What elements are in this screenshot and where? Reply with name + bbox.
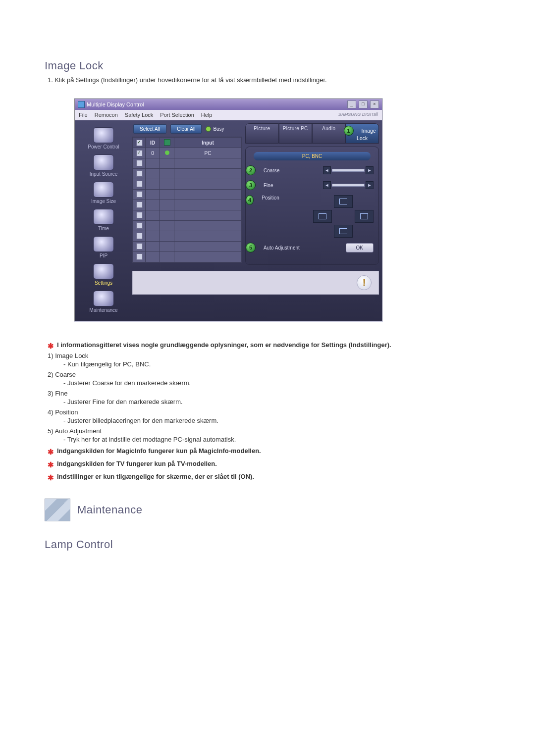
slider-track[interactable]: [332, 169, 365, 172]
sidebar-item-pip[interactable]: PIP: [81, 235, 126, 261]
sidebar-item-label: Time: [98, 226, 109, 231]
window-close-button[interactable]: ×: [370, 101, 379, 108]
star-icon: ✱: [48, 448, 54, 456]
window-titlebar: Multiple Display Control _ □ ×: [75, 99, 382, 110]
tab-label: Image Lock: [357, 128, 376, 141]
settings-panel: Picture Picture PC Audio 1Image Lock PC,…: [245, 123, 379, 265]
position-down-button[interactable]: [334, 225, 353, 238]
item-1-sub: - Kun tilgængelig for PC, BNC.: [63, 360, 495, 368]
label-auto-adjustment: Auto Adjustment: [264, 245, 323, 251]
col-input: Input: [174, 138, 242, 148]
table-row[interactable]: [133, 190, 242, 200]
alert-icon: !: [357, 275, 372, 290]
tab-picture-pc[interactable]: Picture PC: [279, 123, 313, 144]
row-checkbox[interactable]: [136, 222, 143, 229]
maintenance-section-icon: [45, 499, 70, 521]
heading-maintenance: Maintenance: [77, 504, 142, 516]
label-position: Position: [262, 195, 309, 201]
sidebar-item-maintenance[interactable]: Maintenance: [81, 290, 126, 316]
sidebar-item-power-control[interactable]: Power Control: [81, 126, 126, 152]
header-checkbox[interactable]: [136, 140, 143, 146]
table-row[interactable]: 0 PC: [133, 148, 242, 158]
row-checkbox[interactable]: [136, 170, 143, 177]
row-checkbox[interactable]: [136, 150, 143, 156]
position-right-button[interactable]: [355, 210, 374, 223]
item-4-title: 4) Position: [48, 408, 495, 416]
heading-lamp-control: Lamp Control: [45, 538, 495, 551]
row-checkbox[interactable]: [136, 160, 143, 166]
table-row[interactable]: [133, 210, 242, 221]
row-checkbox[interactable]: [136, 253, 143, 260]
row-checkbox[interactable]: [136, 212, 143, 218]
menu-remocon[interactable]: Remocon: [95, 112, 118, 118]
callout-3: 3: [246, 180, 256, 190]
item-3-sub: - Justerer Fine for den markerede skærm.: [63, 398, 495, 405]
item-5-title: 5) Auto Adjustment: [48, 427, 495, 435]
tab-image-lock[interactable]: 1Image Lock: [346, 123, 379, 144]
menu-help[interactable]: Help: [201, 112, 213, 118]
arrow-right-icon[interactable]: ►: [366, 166, 374, 174]
position-up-button[interactable]: [334, 195, 353, 208]
table-row[interactable]: [133, 242, 242, 252]
table-row[interactable]: [133, 179, 242, 190]
table-row[interactable]: [133, 252, 242, 262]
sidebar-item-input-source[interactable]: Input Source: [81, 153, 126, 180]
sidebar-item-settings[interactable]: Settings: [81, 262, 126, 289]
fine-slider[interactable]: ◄ ►: [323, 181, 374, 189]
busy-dot-icon: [206, 126, 211, 132]
col-id: ID: [146, 138, 160, 148]
image-size-icon: [93, 182, 114, 198]
table-row[interactable]: [133, 158, 242, 169]
input-icon: [93, 154, 114, 170]
label-fine: Fine: [264, 183, 323, 188]
table-row[interactable]: [133, 231, 242, 242]
tab-picture[interactable]: Picture: [245, 123, 279, 144]
window-title: Multiple Display Control: [87, 101, 144, 107]
busy-label: Busy: [213, 126, 224, 132]
table-row[interactable]: [133, 221, 242, 231]
busy-indicator: Busy: [206, 126, 224, 132]
power-icon: [93, 127, 114, 143]
info-line: ✱ I informationsgitteret vises nogle gru…: [48, 341, 495, 350]
window-maximize-button[interactable]: □: [359, 101, 368, 108]
menu-port-selection[interactable]: Port Selection: [160, 112, 194, 118]
star-icon: ✱: [48, 460, 54, 469]
row-checkbox[interactable]: [136, 202, 143, 208]
table-row[interactable]: [133, 200, 242, 210]
step-1: 1. Klik på Settings (Indstillinger) unde…: [48, 76, 495, 84]
row-checkbox[interactable]: [136, 181, 143, 187]
row-checkbox[interactable]: [136, 191, 143, 198]
arrow-left-icon[interactable]: ◄: [323, 181, 331, 189]
menu-file[interactable]: File: [79, 112, 88, 118]
callout-4: 4: [246, 195, 254, 205]
table-row[interactable]: [133, 169, 242, 179]
position-left-button[interactable]: [313, 210, 332, 223]
sidebar-item-label: Image Size: [91, 199, 116, 204]
menu-safety-lock[interactable]: Safety Lock: [125, 112, 153, 118]
window-minimize-button[interactable]: _: [347, 101, 356, 108]
slider-track[interactable]: [332, 184, 365, 187]
display-grid: ID Input 0 PC: [132, 137, 242, 263]
star-icon: ✱: [48, 342, 54, 351]
clear-all-button[interactable]: Clear All: [170, 124, 202, 134]
note-text: Indstillinger er kun tilgængelige for sk…: [57, 473, 254, 482]
row-id: 0: [146, 148, 160, 158]
panel-header: PC, BNC: [254, 152, 371, 160]
coarse-slider[interactable]: ◄ ►: [323, 166, 374, 174]
select-all-button[interactable]: Select All: [133, 124, 166, 134]
sidebar-item-image-size[interactable]: Image Size: [81, 181, 126, 207]
pip-icon: [93, 236, 114, 252]
row-checkbox[interactable]: [136, 243, 143, 250]
sidebar: Power Control Input Source Image Size Ti…: [78, 123, 129, 318]
callout-2: 2: [246, 165, 256, 175]
sidebar-item-label: Maintenance: [89, 307, 117, 313]
sidebar-item-label: Input Source: [90, 171, 118, 177]
sidebar-item-time[interactable]: Time: [81, 208, 126, 234]
tab-audio[interactable]: Audio: [312, 123, 346, 144]
arrow-right-icon[interactable]: ►: [366, 181, 374, 189]
arrow-left-icon[interactable]: ◄: [323, 166, 331, 174]
heading-image-lock: Image Lock: [45, 59, 495, 72]
row-checkbox[interactable]: [136, 233, 143, 239]
settings-icon: [93, 263, 114, 279]
ok-button[interactable]: OK: [346, 243, 374, 252]
